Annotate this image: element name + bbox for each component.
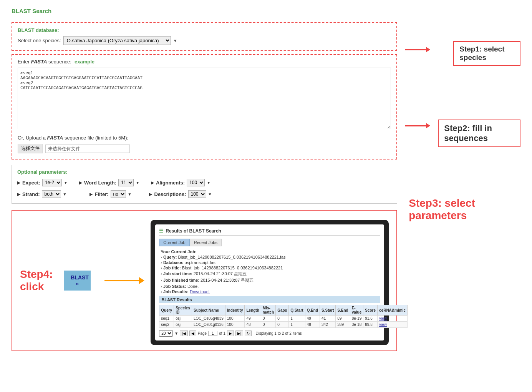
table-cell: 3e-18 [350,322,363,328]
view-link[interactable]: view [379,316,387,321]
step2-area: Step2: fill in sequences [405,104,520,147]
table-header-cell: S.Start [320,305,336,316]
dropdown-icon: ▼ [173,38,177,43]
expect-arrow-icon: ▶ [17,180,20,185]
table-header-cell: Score [363,305,378,316]
results-table-body: seq1osjLOC_Os05g4839100490014941898e-199… [159,316,408,328]
table-row: seq2osjLOC_Os01g013610048001483423893e-1… [159,322,408,328]
table-cell: 49 [305,316,320,322]
alignments-label: Alignments: [156,180,185,186]
page-input[interactable] [208,331,217,336]
expect-select[interactable]: 1e-2 [42,179,62,186]
step1-annotation-box: Step1: select species [453,41,520,66]
fasta-section: Enter FASTA sequence: example >seq1 AAGA… [12,54,397,159]
current-job-section: Your Current Job: ›Query: Blast_job_1429… [159,249,380,294]
step4-label: Step4: click [20,268,58,293]
results-panel: ☰ Results of BLAST Search Current Job Re… [151,220,389,345]
table-header-cell: Subject Name [192,305,225,316]
table-cell: LOC_Os01g0136 [192,322,225,328]
annotation-area: Step1: select species Step2: fill in seq… [397,22,520,359]
table-cell: 41 [320,316,336,322]
table-cell: 89.8 [363,322,378,328]
next-page-btn[interactable]: ▶ [227,331,234,336]
page-size-select[interactable]: 20 [159,330,173,337]
step2-annotation-box: Step2: fill in sequences [438,120,520,147]
page-container: BLAST Search BLAST database: Select one … [12,8,520,359]
prev-page-btn[interactable]: ◀ [189,331,196,336]
first-page-btn[interactable]: |◀ [180,331,188,336]
tab-recent-jobs[interactable]: Recent Jobs [190,239,222,246]
table-cell: 0 [261,316,275,322]
table-cell: 48 [305,322,320,328]
optional-label: Optional parameters: [17,169,391,175]
step1-arrow [405,47,430,52]
step4-section: Step4: click BLAST » ☰ Results of BLAST … [12,210,397,351]
view-link[interactable]: view [379,322,387,327]
strand-select[interactable]: both [42,190,61,198]
page-title: BLAST Search [12,8,520,14]
file-name-display: 未选择任何文件 [45,145,130,153]
step4-arrow [104,277,144,284]
table-header-cell: S.End [336,305,350,316]
blast-results-header: BLAST Results [159,296,380,303]
step3-annotation-text: Step3: select parameters [409,197,520,222]
table-footer: 20 ▼ |◀ ◀ Page of 1 ▶ ▶| ↻ Displaying 1 [159,330,380,337]
strand-label: Strand: [22,191,40,197]
last-page-btn[interactable]: ▶| [235,331,244,336]
display-text: Displaying 1 to 2 of 2 items [255,331,302,336]
word-length-select[interactable]: 11 [118,179,134,186]
word-length-dropdown-icon: ▼ [136,181,139,185]
upload-size-link[interactable]: limited to 5M [97,135,125,141]
blast-db-label: BLAST database: [18,27,391,33]
refresh-btn[interactable]: ↻ [245,331,252,336]
fasta-label: Enter FASTA sequence: [18,59,71,65]
table-cell: 49 [245,316,261,322]
word-length-label: Word Length: [84,180,116,186]
table-cell: 1 [289,316,305,322]
results-title-text: Results of BLAST Search [166,228,221,234]
page-label: Page [198,331,207,336]
blast-db-section: BLAST database: Select one species: O.sa… [12,22,397,51]
filter-dropdown-icon: ▼ [128,192,132,196]
strand-dropdown-icon: ▼ [63,192,67,196]
table-cell: 100 [225,316,245,322]
descriptions-label: Descriptions: [154,191,186,197]
species-select[interactable]: O.sativa Japonica (Oryza sativa japonica… [63,36,171,45]
page-of: of 1 [219,331,225,336]
table-header-cell: Indentity [225,305,245,316]
table-header-row: QuerySpecies IDSubject NameIndentityLeng… [159,305,408,316]
table-header-cell: Gaps [276,305,289,316]
descriptions-arrow-icon: ▶ [149,192,152,197]
blast-button[interactable]: BLAST » [64,271,91,291]
fasta-textarea[interactable]: >seq1 AAGAAAGCACAAGTGGCTGTGAGGAATCCCATTA… [18,68,391,129]
step1-area: Step1: select species [405,33,520,66]
table-header-cell: Q.End [305,305,320,316]
filter-arrow-icon: ▶ [89,192,93,197]
optional-section: Optional parameters: ▶ Expect: 1e-2 ▼ [12,165,397,204]
table-cell: seq1 [159,316,174,322]
strand-arrow-icon: ▶ [17,192,20,197]
step3-area: Step3: select parameters [409,197,520,222]
table-cell: 342 [320,322,336,328]
arrow-icon: ▼ [174,331,178,336]
expect-label: Expect: [22,180,40,186]
table-header-cell: Q.Start [289,305,305,316]
table-cell: 0 [261,322,275,328]
results-title-icon: ☰ [159,228,163,234]
descriptions-select[interactable]: 100 [188,190,206,198]
alignments-dropdown-icon: ▼ [207,181,210,185]
table-cell: 100 [225,322,245,328]
filter-select[interactable]: no [111,190,126,198]
table-header-cell: Query [159,305,174,316]
tab-current-job[interactable]: Current Job [159,239,189,246]
table-header-cell: E-value [350,305,363,316]
fasta-example-link[interactable]: example [75,59,94,65]
alignments-select[interactable]: 100 [187,179,205,186]
file-choose-button[interactable]: 选择文件 [18,144,43,153]
table-row: seq1osjLOC_Os05g4839100490014941898e-199… [159,316,408,322]
table-cell: 89 [336,316,350,322]
table-cell: 48 [245,322,261,328]
expect-dropdown-icon: ▼ [64,181,68,185]
table-cell: LOC_Os05g4839 [192,316,225,322]
results-table: QuerySpecies IDSubject NameIndentityLeng… [159,305,408,328]
